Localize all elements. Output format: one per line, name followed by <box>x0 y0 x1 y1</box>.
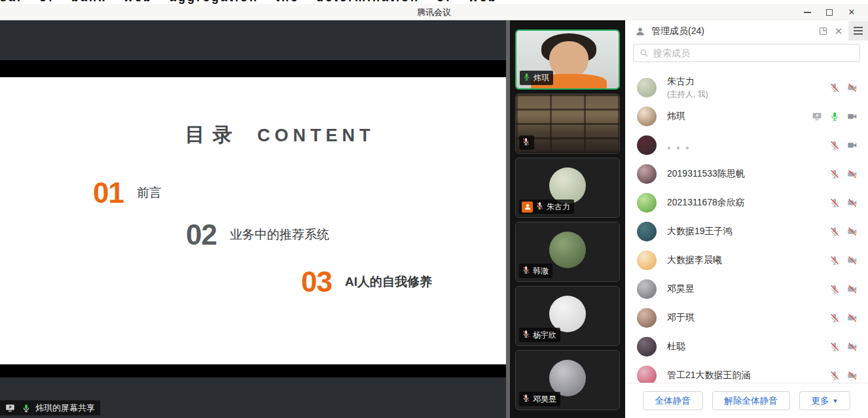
member-row[interactable]: 杜聪 <box>625 332 868 361</box>
member-row[interactable]: 大数据李晨曦 <box>625 246 868 275</box>
mic-muted-icon[interactable] <box>829 284 840 295</box>
toc-number: 01 <box>93 177 124 209</box>
cam-gray-icon[interactable] <box>846 140 858 151</box>
member-search-box[interactable] <box>633 44 860 62</box>
host-badge-icon <box>522 201 533 213</box>
member-row[interactable]: 邓昊昱 <box>625 275 868 304</box>
member-name: 。。。 <box>667 139 818 151</box>
cam-muted-icon[interactable] <box>846 82 858 94</box>
cam-muted-icon[interactable] <box>846 313 858 324</box>
video-tile-韩澈[interactable]: 韩澈 <box>515 222 620 282</box>
cam-muted-icon[interactable] <box>846 198 858 209</box>
avatar <box>637 193 657 213</box>
cam-muted-icon[interactable] <box>846 341 858 353</box>
mic-muted-white-icon <box>522 137 530 148</box>
mic-green-icon[interactable] <box>829 111 840 122</box>
presentation-slide: 目录 CONTENT 01前言02业务中的推荐系统03AI人的自我修养 <box>0 77 506 364</box>
mic-muted-icon[interactable] <box>829 140 840 151</box>
member-name: 炜琪 <box>667 111 801 122</box>
mic-muted-icon[interactable] <box>829 341 840 353</box>
member-name: 管工21大数据王韵涵 <box>667 370 818 381</box>
member-row[interactable]: 炜琪 <box>625 102 868 131</box>
tile-name-label: 朱古力 <box>519 200 574 214</box>
maximize-button[interactable] <box>818 4 841 20</box>
toc-item-03: 03AI人的自我修养 <box>301 266 432 298</box>
window-controls: ✕ <box>796 4 863 20</box>
cam-muted-icon[interactable] <box>846 284 858 295</box>
more-button[interactable]: 更多▼ <box>799 391 851 410</box>
toc-label: 前言 <box>137 184 162 201</box>
avatar <box>637 279 657 299</box>
toc-item-02: 02业务中的推荐系统 <box>186 218 329 251</box>
member-row[interactable]: 。。。 <box>625 131 868 160</box>
mic-muted-icon[interactable] <box>829 255 840 266</box>
unmute-all-button[interactable]: 解除全体静音 <box>712 391 790 410</box>
slide-title-cn: 目录 <box>185 122 240 148</box>
video-tile-room[interactable] <box>515 94 620 154</box>
members-panel-header: 管理成员(24) ✕ <box>625 20 868 42</box>
share-letterbox-bottom <box>0 364 506 377</box>
member-row[interactable]: 邓于琪 <box>625 304 868 332</box>
member-name: 邓昊昱 <box>667 283 818 295</box>
close-icon: ✕ <box>848 8 856 16</box>
toc-number: 03 <box>301 266 332 298</box>
minimize-icon <box>804 12 811 13</box>
title-bar: 腾讯会议 ✕ <box>0 4 868 20</box>
avatar <box>637 251 657 270</box>
participant-name: 邓昊昱 <box>533 394 556 405</box>
member-name: 朱古力 <box>667 76 818 88</box>
participant-name: 朱古力 <box>547 201 570 213</box>
screen-gray-icon[interactable] <box>811 111 822 122</box>
avatar <box>549 167 586 204</box>
member-row[interactable]: 大数据19王子鸿 <box>625 217 868 246</box>
mic-muted-icon[interactable] <box>829 82 840 94</box>
member-list: 朱古力(主持人, 我)炜琪。。。2019311533陈思帆2021311678余… <box>625 63 868 383</box>
close-panel-icon[interactable]: ✕ <box>831 24 846 39</box>
member-search-input[interactable] <box>653 48 854 58</box>
member-row[interactable]: 管工21大数据王韵涵 <box>625 361 868 383</box>
mic-muted-icon[interactable] <box>829 313 840 324</box>
cam-muted-icon[interactable] <box>846 255 858 266</box>
mic-muted-icon[interactable] <box>829 198 840 209</box>
slide-title: 目录 CONTENT <box>185 122 375 148</box>
popout-panel-icon[interactable] <box>816 24 830 39</box>
slide-title-en: CONTENT <box>257 126 375 146</box>
screen-share-area: 目录 CONTENT 01前言02业务中的推荐系统03AI人的自我修养 炜琪的屏… <box>0 20 506 418</box>
tile-name-label: 邓昊昱 <box>519 392 560 406</box>
member-row[interactable]: 朱古力(主持人, 我) <box>625 73 868 102</box>
cam-muted-icon[interactable] <box>846 169 858 180</box>
minimize-button[interactable] <box>796 4 818 20</box>
avatar <box>637 366 657 383</box>
close-button[interactable]: ✕ <box>841 4 863 20</box>
app-window: sal of bank web aggregation the determin… <box>0 0 868 418</box>
member-name: 2019311533陈思帆 <box>667 168 818 180</box>
screen-share-badge-label: 炜琪的屏幕共享 <box>35 402 95 414</box>
mute-all-button[interactable]: 全体静音 <box>643 391 703 410</box>
members-icon <box>633 24 647 39</box>
video-tile-朱古力[interactable]: 朱古力 <box>515 158 620 218</box>
cam-muted-icon[interactable] <box>846 370 858 381</box>
mic-muted-icon[interactable] <box>829 370 840 381</box>
menu-hamburger-button[interactable] <box>848 21 868 41</box>
screen-share-icon <box>3 401 17 415</box>
mic-on-icon <box>19 401 33 415</box>
members-panel-title: 管理成员(24) <box>651 26 704 37</box>
mic-muted-icon[interactable] <box>829 169 840 180</box>
tile-name-label: 炜琪 <box>520 71 553 85</box>
members-panel: 管理成员(24) ✕ 朱古力(主持人, 我)炜琪。。。2019311533陈思帆… <box>625 20 868 418</box>
cam-muted-icon[interactable] <box>846 226 858 237</box>
share-letterbox-top <box>0 60 506 77</box>
cam-gray-icon[interactable] <box>846 111 858 122</box>
toc-label: AI人的自我修养 <box>345 273 432 290</box>
mic-muted-icon[interactable] <box>829 226 840 237</box>
mic-muted-white-icon <box>522 265 530 277</box>
video-tile-邓昊昱[interactable]: 邓昊昱 <box>515 350 620 410</box>
member-row[interactable]: 2019311533陈思帆 <box>625 160 868 188</box>
member-row[interactable]: 2021311678余欣窈 <box>625 188 868 217</box>
video-tile-炜琪[interactable]: 炜琪 <box>515 29 620 90</box>
avatar <box>637 308 657 328</box>
video-tile-杨宇欣[interactable]: 杨宇欣 <box>515 286 620 346</box>
avatar <box>637 222 657 241</box>
toc-label: 业务中的推荐系统 <box>230 226 329 243</box>
member-name: 杜聪 <box>667 341 818 353</box>
